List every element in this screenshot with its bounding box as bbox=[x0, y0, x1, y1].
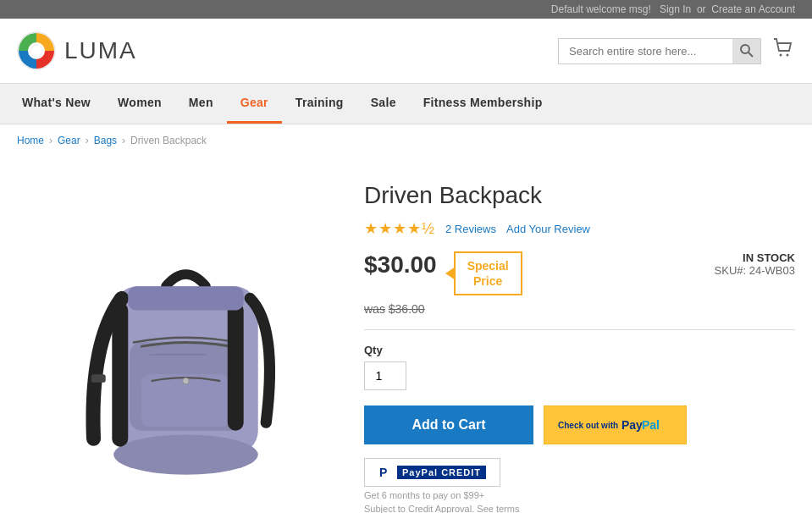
svg-point-3 bbox=[741, 45, 749, 53]
svg-line-4 bbox=[748, 52, 753, 57]
svg-point-8 bbox=[113, 434, 258, 474]
nav-link-women[interactable]: Women bbox=[104, 84, 175, 121]
svg-text:P: P bbox=[379, 466, 387, 479]
svg-point-5 bbox=[780, 54, 782, 57]
signin-link[interactable]: Sign In bbox=[660, 3, 691, 15]
nav-item-women[interactable]: Women bbox=[104, 84, 175, 124]
logo-text: LUMA bbox=[64, 37, 137, 64]
special-price-badge: Special Price bbox=[454, 251, 522, 295]
checkout-with-text: Check out with bbox=[558, 421, 618, 430]
nav-item-gear[interactable]: Gear bbox=[227, 84, 282, 124]
add-to-cart-button[interactable]: Add to Cart bbox=[364, 405, 533, 444]
search-input[interactable] bbox=[558, 38, 761, 64]
svg-rect-9 bbox=[91, 374, 106, 382]
breadcrumb-home[interactable]: Home bbox=[17, 135, 44, 146]
search-icon bbox=[740, 44, 754, 58]
nav-item-sale[interactable]: Sale bbox=[357, 84, 410, 124]
nav-link-training[interactable]: Training bbox=[282, 84, 357, 121]
nav-list: What's New Women Men Gear Training Sale … bbox=[0, 84, 812, 124]
qty-label: Qty bbox=[364, 344, 795, 356]
svg-rect-15 bbox=[228, 302, 244, 431]
nav-item-training[interactable]: Training bbox=[282, 84, 357, 124]
main-content: Driven Backpack ★★★★½ 2 Reviews Add Your… bbox=[0, 157, 812, 513]
add-review-link[interactable]: Add Your Review bbox=[506, 223, 590, 235]
sku-value: 24-WB03 bbox=[749, 264, 795, 277]
cart-button[interactable] bbox=[771, 36, 795, 65]
paypal-logo: Pay Pal bbox=[621, 416, 672, 433]
svg-rect-16 bbox=[128, 286, 243, 310]
svg-text:Pal: Pal bbox=[642, 418, 660, 432]
old-price-row: was $36.00 bbox=[364, 302, 795, 316]
paypal-credit-button[interactable]: P PayPal CREDIT bbox=[364, 458, 500, 487]
svg-point-12 bbox=[183, 378, 190, 384]
luma-logo-icon bbox=[17, 31, 56, 70]
nav-item-fitness[interactable]: Fitness Membership bbox=[410, 84, 556, 124]
nav-link-sale[interactable]: Sale bbox=[357, 84, 410, 121]
header: LUMA bbox=[0, 19, 812, 83]
star-rating: ★★★★½ bbox=[364, 219, 435, 238]
price-divider bbox=[364, 329, 795, 330]
svg-point-6 bbox=[787, 54, 789, 57]
paypal-p-icon: P bbox=[378, 466, 392, 479]
header-right bbox=[558, 36, 795, 65]
welcome-message: Default welcome msg! bbox=[551, 3, 651, 15]
paypal-credit-section: P PayPal CREDIT Get 6 months to pay on $… bbox=[364, 458, 795, 513]
price-section: $30.00 Special Price IN STOCK SKU#: 24-W… bbox=[364, 251, 795, 295]
svg-rect-14 bbox=[112, 302, 128, 447]
action-buttons: Add to Cart Check out with Pay Pal bbox=[364, 405, 795, 444]
sku-label: SKU#: bbox=[715, 264, 747, 277]
product-image bbox=[34, 182, 322, 487]
search-button[interactable] bbox=[732, 38, 761, 64]
svg-text:Pay: Pay bbox=[621, 418, 643, 432]
main-nav: What's New Women Men Gear Training Sale … bbox=[0, 83, 812, 124]
breadcrumb-gear[interactable]: Gear bbox=[58, 135, 80, 146]
sku: SKU#: 24-WB03 bbox=[715, 264, 795, 277]
reviews-count[interactable]: 2 Reviews bbox=[445, 223, 496, 235]
nav-link-whats-new[interactable]: What's New bbox=[8, 84, 104, 121]
nav-item-whats-new[interactable]: What's New bbox=[8, 84, 104, 124]
product-image-section bbox=[17, 174, 339, 513]
product-title: Driven Backpack bbox=[364, 182, 795, 209]
stock-status: IN STOCK bbox=[715, 251, 795, 264]
breadcrumb-sep-2: › bbox=[86, 135, 89, 146]
qty-input[interactable] bbox=[364, 361, 406, 390]
nav-link-fitness[interactable]: Fitness Membership bbox=[410, 84, 556, 121]
search-wrap bbox=[558, 38, 761, 64]
nav-link-men[interactable]: Men bbox=[175, 84, 227, 121]
reviews-row: ★★★★½ 2 Reviews Add Your Review bbox=[364, 219, 795, 238]
breadcrumb-bags[interactable]: Bags bbox=[94, 135, 117, 146]
create-account-link[interactable]: Create an Account bbox=[711, 3, 795, 15]
breadcrumb: Home › Gear › Bags › Driven Backpack bbox=[0, 124, 812, 157]
breadcrumb-sep-1: › bbox=[49, 135, 52, 146]
paypal-credit-offer: Get 6 months to pay on $99+ bbox=[364, 490, 795, 500]
old-price-label: was bbox=[364, 302, 385, 316]
product-info: Driven Backpack ★★★★½ 2 Reviews Add Your… bbox=[364, 174, 795, 513]
breadcrumb-sep-3: › bbox=[122, 135, 125, 146]
paypal-credit-label: PayPal CREDIT bbox=[397, 466, 486, 479]
cart-icon bbox=[771, 36, 795, 60]
breadcrumb-current: Driven Backpack bbox=[130, 135, 207, 146]
special-price-line1: Special bbox=[467, 258, 509, 273]
top-bar: Default welcome msg! Sign In or Create a… bbox=[0, 0, 812, 19]
nav-link-gear[interactable]: Gear bbox=[227, 84, 282, 124]
stock-sku: IN STOCK SKU#: 24-WB03 bbox=[715, 251, 795, 277]
special-price-line2: Price bbox=[467, 273, 509, 289]
paypal-checkout-button[interactable]: Check out with Pay Pal bbox=[544, 405, 687, 444]
paypal-credit-terms: Subject to Credit Approval. See terms bbox=[364, 504, 795, 513]
logo[interactable]: LUMA bbox=[17, 31, 137, 70]
current-price: $30.00 bbox=[364, 251, 437, 279]
old-price-value: $36.00 bbox=[389, 302, 425, 316]
nav-item-men[interactable]: Men bbox=[175, 84, 227, 124]
